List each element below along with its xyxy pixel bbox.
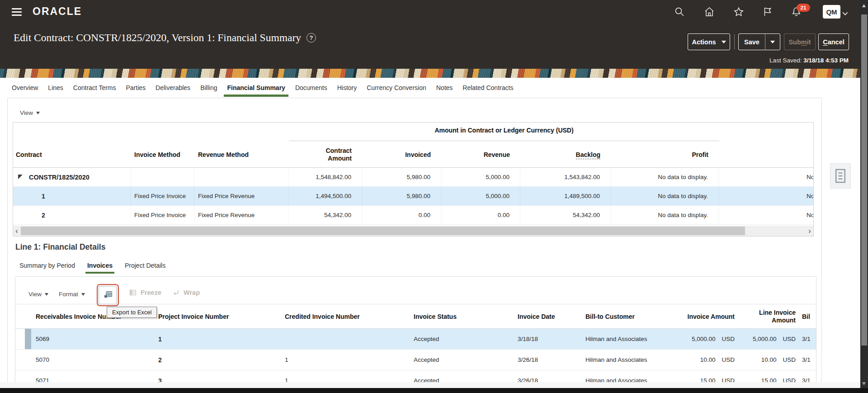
tab-contract-terms[interactable]: Contract Terms — [73, 78, 116, 98]
contract-label: 2 — [42, 212, 45, 219]
column-header-invoice-date[interactable]: Invoice Date — [513, 313, 581, 320]
oracle-logo: ORACLE — [33, 5, 82, 18]
summary-table-row[interactable]: 2Fixed Price InvoiceFixed Price Revenue5… — [13, 206, 813, 225]
decorative-banner — [0, 69, 860, 78]
line-invoice-amount-cell: 5,000.00USD — [738, 329, 799, 349]
actions-button-label: Actions — [692, 38, 716, 46]
search-icon[interactable] — [674, 6, 685, 18]
column-header-revenue[interactable]: Revenue — [441, 151, 520, 158]
favorites-star-icon[interactable] — [733, 6, 745, 18]
export-to-excel-button[interactable] — [99, 286, 117, 304]
tab-parties[interactable]: Parties — [126, 78, 146, 98]
invoice-amount-value: 5,000.00 — [692, 336, 716, 342]
save-menu-caret[interactable] — [765, 41, 780, 43]
invoiced-cell: 5,980.00 — [362, 168, 441, 186]
side-pane-toggle-button[interactable] — [830, 163, 851, 189]
clipped-cell: No data to display. — [719, 187, 814, 205]
column-header-backlog[interactable]: Backlog — [520, 151, 611, 158]
freeze-label: Freeze — [141, 289, 161, 296]
backlog-header-link[interactable]: Backlog — [576, 151, 600, 159]
receivables-invoice-number-cell: 5070 — [31, 350, 154, 370]
row-selection-gutter[interactable] — [25, 329, 31, 349]
tab-billing[interactable]: Billing — [200, 78, 217, 98]
tab-notes[interactable]: Notes — [436, 78, 453, 98]
document-lines-icon — [835, 168, 846, 184]
invoices-format-caret-icon — [81, 293, 85, 296]
profit-cell: No data to display. — [611, 168, 719, 186]
user-menu-chevron-down-icon[interactable] — [842, 9, 849, 14]
tab-documents[interactable]: Documents — [295, 78, 327, 98]
navigation-menu-icon[interactable] — [12, 8, 22, 16]
clipped-cell: No data to display. — [719, 206, 814, 224]
subtab-project-details[interactable]: Project Details — [125, 257, 165, 274]
cancel-button[interactable]: Cancel — [818, 33, 849, 50]
currency-group-header: Amount in Contract or Ledger Currency (U… — [289, 127, 719, 134]
credited-invoice-number-cell — [280, 329, 409, 349]
invoices-view-label: View — [28, 291, 42, 298]
column-header-contract[interactable]: Contract — [13, 151, 131, 158]
save-caret-icon — [770, 41, 775, 43]
invoices-view-menu[interactable]: View — [28, 291, 48, 298]
summary-table-row[interactable]: 1Fixed Price InvoiceFixed Price Revenue1… — [13, 187, 813, 206]
backlog-cell: 1,489,500.00 — [520, 187, 611, 205]
summary-table-row[interactable]: CONSTR/1825/20201,548,842.005,980.005,00… — [13, 168, 813, 187]
column-header-invoice-status[interactable]: Invoice Status — [409, 313, 513, 320]
tab-history[interactable]: History — [337, 78, 357, 98]
row-selection-gutter[interactable] — [25, 350, 31, 370]
save-split-button[interactable]: Save — [738, 33, 780, 50]
scroll-down-icon[interactable] — [862, 382, 866, 385]
vertical-scrollbar[interactable] — [860, 0, 868, 393]
scroll-up-icon[interactable] — [862, 4, 866, 7]
contract-cell: 2 — [13, 206, 131, 224]
contract-cell: CONSTR/1825/2020 — [13, 168, 131, 186]
tab-overview[interactable]: Overview — [12, 78, 38, 98]
summary-view-menu[interactable]: View — [20, 109, 40, 116]
profit-cell: No data to display. — [611, 206, 719, 224]
column-header-bill-to-customer[interactable]: Bill-to Customer — [581, 313, 685, 320]
column-header-invoiced[interactable]: Invoiced — [362, 151, 441, 158]
watchlist-flag-icon[interactable] — [762, 6, 774, 18]
backlog-cell: 1,543,842.00 — [520, 168, 611, 186]
backlog-cell: 54,342.00 — [520, 206, 611, 224]
subtab-invoices[interactable]: Invoices — [87, 257, 113, 274]
tab-financial-summary[interactable]: Financial Summary — [227, 78, 285, 98]
column-header-invoice-amount[interactable]: Invoice Amount — [685, 313, 738, 320]
column-header-project-invoice-number[interactable]: Project Invoice Number — [154, 313, 280, 320]
tree-expanded-icon[interactable] — [18, 174, 23, 181]
save-button-label[interactable]: Save — [739, 38, 765, 46]
window-bottom-strip — [0, 382, 860, 388]
vertical-scrollbar-thumb[interactable] — [861, 14, 867, 346]
revenue-cell: 5,000.00 — [441, 187, 520, 205]
invoice-amount-cell: 10.00USD — [685, 350, 738, 370]
column-header-clipped[interactable]: Bil — [799, 313, 816, 320]
invoice-table-row[interactable]: 50691Accepted3/18/18Hilman and Associate… — [15, 329, 816, 350]
tab-currency-conversion[interactable]: Currency Conversion — [367, 78, 426, 98]
subtab-summary-by-period[interactable]: Summary by Period — [19, 257, 75, 274]
home-icon[interactable] — [703, 6, 715, 18]
revenue-method-cell: Fixed Price Revenue — [194, 206, 288, 224]
main-tab-bar: OverviewLinesContract TermsPartiesDelive… — [0, 78, 860, 98]
tab-related-contracts[interactable]: Related Contracts — [462, 78, 513, 98]
column-header-contract-amount[interactable]: Contract Amount — [288, 147, 362, 162]
summary-horizontal-scrollbar[interactable]: ‹ › — [13, 226, 813, 236]
column-header-revenue-method[interactable]: Revenue Method — [194, 151, 288, 158]
help-icon[interactable]: ? — [307, 33, 316, 43]
tab-deliverables[interactable]: Deliverables — [156, 78, 190, 98]
column-header-profit[interactable]: Profit — [611, 151, 719, 158]
column-header-line-invoice-amount[interactable]: Line Invoice Amount — [738, 309, 799, 324]
summary-table-body: CONSTR/1825/20201,548,842.005,980.005,00… — [13, 168, 813, 225]
column-header-credited-invoice-number[interactable]: Credited Invoice Number — [280, 313, 409, 320]
horizontal-scrollbar-thumb[interactable] — [21, 227, 745, 235]
row-spacer — [15, 329, 25, 349]
scroll-left-icon[interactable]: ‹ — [13, 226, 20, 236]
column-header-invoice-method[interactable]: Invoice Method — [131, 151, 194, 158]
invoices-format-menu[interactable]: Format — [59, 291, 85, 298]
user-avatar[interactable]: QM — [823, 5, 840, 19]
row-spacer — [15, 350, 25, 370]
tab-lines[interactable]: Lines — [48, 78, 63, 98]
export-to-excel-icon — [103, 290, 113, 300]
scroll-right-icon[interactable]: › — [806, 226, 813, 236]
invoice-table-row[interactable]: 507021Accepted3/26/18Hilman and Associat… — [15, 350, 816, 370]
actions-button[interactable]: Actions — [688, 33, 730, 50]
revenue-method-cell: Fixed Price Revenue — [194, 187, 288, 205]
